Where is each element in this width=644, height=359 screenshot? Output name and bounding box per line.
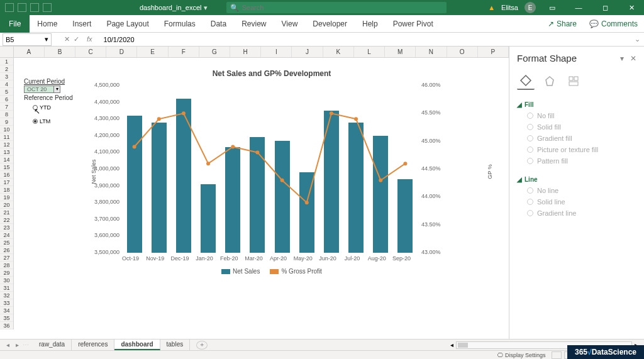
display-settings-button[interactable]: 🖵 Display Settings	[497, 352, 545, 358]
row-header[interactable]: 16	[0, 171, 13, 179]
qat-icon[interactable]	[18, 3, 26, 12]
radio-ltm[interactable]: LTM	[33, 118, 50, 124]
col-header[interactable]: G	[199, 47, 230, 57]
row-header[interactable]: 11	[0, 133, 13, 141]
row-header[interactable]: 31	[0, 284, 13, 292]
row-header[interactable]: 36	[0, 322, 13, 329]
row-header[interactable]: 13	[0, 148, 13, 156]
ribbon-tab-view[interactable]: View	[274, 15, 306, 33]
name-box[interactable]: B5▾	[3, 33, 52, 46]
sheet-tab-tables[interactable]: tables	[160, 340, 191, 350]
new-sheet-button[interactable]: +	[196, 341, 208, 350]
qat-icon[interactable]	[5, 3, 14, 12]
fill-option[interactable]: Gradient fill	[527, 135, 636, 142]
col-header[interactable]: N	[416, 47, 447, 57]
line-option[interactable]: Gradient line	[527, 209, 636, 217]
effects-tab-icon[interactable]	[541, 72, 558, 90]
fill-option[interactable]: Pattern fill	[527, 157, 636, 165]
row-header[interactable]: 23	[0, 224, 13, 231]
row-header[interactable]: 24	[0, 231, 13, 239]
ribbon-tab-insert[interactable]: Insert	[65, 15, 99, 33]
minimize-button[interactable]: —	[569, 0, 589, 15]
row-header[interactable]: 32	[0, 292, 13, 299]
ribbon-tab-review[interactable]: Review	[234, 15, 274, 33]
fill-option[interactable]: No fill	[527, 112, 636, 119]
col-header[interactable]: P	[478, 47, 509, 57]
col-header[interactable]: E	[137, 47, 168, 57]
col-header[interactable]: K	[323, 47, 354, 57]
ribbon-tab-file[interactable]: File	[0, 15, 30, 33]
col-header[interactable]: O	[447, 47, 478, 57]
cancel-formula-icon[interactable]: ✕	[64, 35, 70, 43]
row-header[interactable]: 12	[0, 141, 13, 148]
ribbon-tab-page-layout[interactable]: Page Layout	[99, 15, 156, 33]
ribbon-tab-formulas[interactable]: Formulas	[157, 15, 203, 33]
row-header[interactable]: 29	[0, 269, 13, 277]
qat-icon[interactable]	[30, 3, 39, 12]
fx-icon[interactable]: fx	[87, 35, 92, 43]
avatar[interactable]: E	[525, 2, 536, 13]
chart[interactable]: Net Sales and GP% Development Net Sales …	[83, 68, 460, 282]
row-header[interactable]: 6	[0, 96, 13, 103]
row-header[interactable]: 26	[0, 246, 13, 254]
ribbon-tab-developer[interactable]: Developer	[305, 15, 355, 33]
row-header[interactable]: 8	[0, 111, 13, 118]
col-header[interactable]: F	[169, 47, 199, 57]
tab-nav-prev[interactable]: ◂	[6, 341, 9, 348]
current-period-dropdown[interactable]: OCT 20 ▾	[24, 86, 60, 93]
ribbon-tab-power-pivot[interactable]: Power Pivot	[386, 15, 441, 33]
sheet-tab-dashboard[interactable]: dashboard	[114, 340, 160, 350]
warning-icon[interactable]: ▲	[488, 4, 495, 11]
col-header[interactable]: L	[354, 47, 385, 57]
fill-option[interactable]: Solid fill	[527, 123, 636, 131]
row-header[interactable]: 5	[0, 88, 13, 96]
expand-formula-bar-icon[interactable]: ⌄	[635, 35, 640, 43]
row-header[interactable]: 27	[0, 254, 13, 262]
search-box[interactable]: 🔍	[226, 2, 447, 13]
pane-options-icon[interactable]: ▾	[620, 54, 624, 63]
tab-nav-next[interactable]: ▸	[16, 341, 19, 348]
row-header[interactable]: 10	[0, 126, 13, 133]
col-header[interactable]: C	[75, 47, 106, 57]
qat-icon[interactable]	[43, 3, 52, 12]
search-input[interactable]	[242, 4, 443, 11]
worksheet[interactable]: ABCDEFGHIJKLMNOP 12345678910111213141516…	[0, 47, 509, 339]
row-header[interactable]: 9	[0, 118, 13, 126]
share-button[interactable]: ↗ Share	[541, 19, 583, 28]
col-header[interactable]: D	[106, 47, 137, 57]
row-header[interactable]: 1	[0, 58, 13, 65]
row-header[interactable]: 34	[0, 307, 13, 314]
row-header[interactable]: 20	[0, 201, 13, 209]
close-button[interactable]: ✕	[621, 0, 641, 15]
row-header[interactable]: 35	[0, 314, 13, 322]
sheet-tab-raw_data[interactable]: raw_data	[33, 340, 72, 350]
ribbon-tab-home[interactable]: Home	[30, 15, 65, 33]
filename[interactable]: dashboard_in_excel	[140, 4, 201, 11]
row-header[interactable]: 4	[0, 80, 13, 88]
row-header[interactable]: 14	[0, 156, 13, 163]
row-header[interactable]: 19	[0, 194, 13, 201]
sheet-tab-references[interactable]: references	[72, 340, 114, 350]
select-all-corner[interactable]	[0, 47, 14, 57]
col-header[interactable]: M	[385, 47, 416, 57]
fill-line-tab-icon[interactable]	[517, 72, 535, 90]
row-header[interactable]: 17	[0, 179, 13, 186]
row-header[interactable]: 3	[0, 73, 13, 80]
ribbon-tab-data[interactable]: Data	[203, 15, 234, 33]
row-header[interactable]: 2	[0, 65, 13, 73]
close-pane-icon[interactable]: ✕	[630, 54, 636, 63]
col-header[interactable]: H	[230, 47, 261, 57]
fill-section-header[interactable]: ◢ Fill	[517, 101, 636, 108]
col-header[interactable]: B	[45, 47, 75, 57]
formula-input[interactable]: 10/1/2020	[104, 36, 135, 43]
ribbon-display-icon[interactable]: ▭	[542, 0, 562, 15]
line-option[interactable]: Solid line	[527, 198, 636, 206]
normal-view-icon[interactable]	[552, 351, 562, 359]
line-series[interactable]	[122, 86, 418, 253]
col-header[interactable]: A	[14, 47, 45, 57]
maximize-button[interactable]: ◻	[595, 0, 615, 15]
col-header[interactable]: J	[292, 47, 323, 57]
ribbon-tab-help[interactable]: Help	[355, 15, 386, 33]
row-header[interactable]: 7	[0, 103, 13, 111]
row-header[interactable]: 21	[0, 209, 13, 216]
